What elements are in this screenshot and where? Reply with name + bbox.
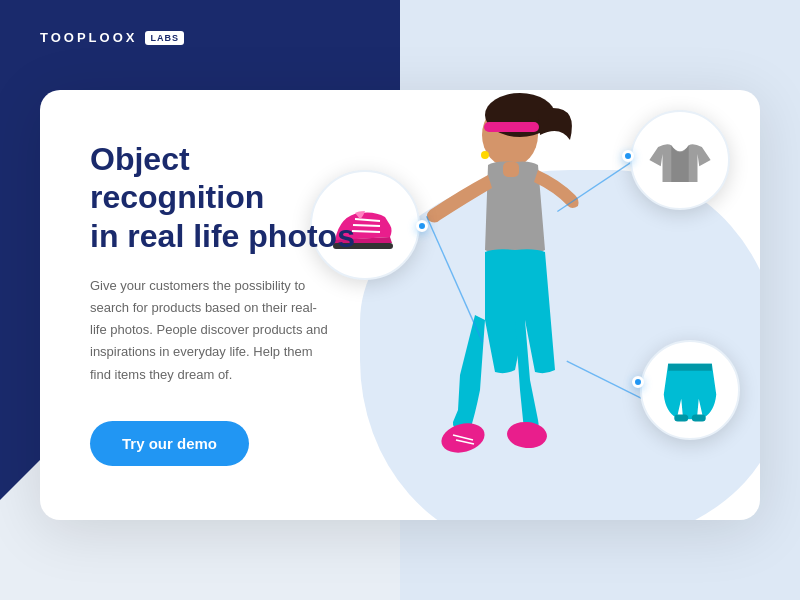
svg-rect-17	[692, 415, 706, 422]
main-card: Object recognition in real life photos G…	[40, 90, 760, 520]
connector-dot-shirt	[622, 150, 634, 162]
logo-badge: LABS	[145, 31, 184, 45]
card-content-left: Object recognition in real life photos G…	[90, 140, 370, 466]
svg-line-2	[567, 361, 642, 398]
product-pants-circle	[640, 340, 740, 440]
svg-line-1	[557, 155, 641, 211]
connector-dot-pants	[632, 376, 644, 388]
header: TOOPLOOX LABS	[40, 30, 184, 45]
product-shirt-circle	[630, 110, 730, 210]
svg-rect-16	[674, 415, 688, 422]
card-description: Give your customers the possibility to s…	[90, 275, 330, 385]
svg-line-0	[427, 216, 483, 342]
connector-dot-shoe	[416, 220, 428, 232]
logo-name: TOOPLOOX	[40, 30, 137, 45]
card-title: Object recognition in real life photos	[90, 140, 370, 255]
demo-button[interactable]: Try our demo	[90, 421, 249, 466]
